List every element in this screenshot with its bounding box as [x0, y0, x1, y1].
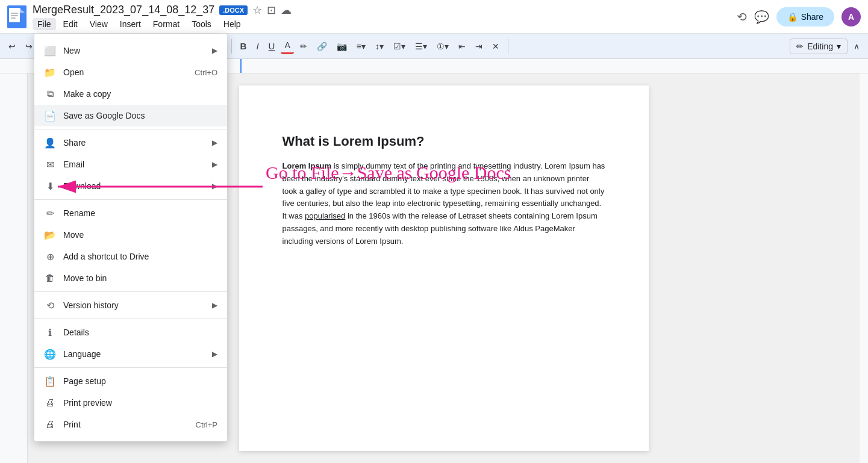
- expand-button[interactable]: ∧: [850, 39, 863, 54]
- doc-title: MergeResult_2023_07_14_08_12_37: [33, 4, 214, 16]
- new-icon: ⬜: [44, 45, 56, 57]
- insert-image-button[interactable]: 📷: [333, 39, 351, 54]
- menu-edit[interactable]: Edit: [58, 18, 83, 30]
- align-button[interactable]: ≡▾: [353, 39, 369, 54]
- menu-move[interactable]: 📂 Move: [34, 224, 227, 246]
- bullet-list-button[interactable]: ☰▾: [411, 39, 431, 54]
- indent-increase-button[interactable]: ⇥: [472, 39, 486, 54]
- menu-section-1: ⬜ New ▶ 📁 Open Ctrl+O ⧉ Make a copy 📄 Sa…: [34, 37, 227, 129]
- rename-icon: ✏: [44, 207, 56, 219]
- menu-download[interactable]: ⬇ Download ▶: [34, 175, 227, 197]
- dropdown-overlay: ⬜ New ▶ 📁 Open Ctrl+O ⧉ Make a copy 📄 Sa…: [34, 34, 227, 441]
- title-section: MergeResult_2023_07_14_08_12_37 .DOCX ☆ …: [33, 4, 737, 30]
- document-page: What is Lorem Ipsum? Lorem Ipsum is simp…: [239, 85, 649, 451]
- editing-dropdown-arrow: ▾: [837, 42, 841, 51]
- docx-badge: .DOCX: [219, 5, 248, 15]
- underline-button[interactable]: U: [265, 39, 279, 54]
- menu-email[interactable]: ✉ Email ▶: [34, 154, 227, 175]
- print-preview-icon: 🖨: [44, 397, 56, 409]
- menu-add-shortcut[interactable]: ⊕ Add a shortcut to Drive: [34, 246, 227, 267]
- menu-help[interactable]: Help: [219, 18, 246, 30]
- text-color-button[interactable]: A: [281, 38, 293, 54]
- divider-5: [508, 39, 508, 54]
- menu-insert[interactable]: Insert: [115, 18, 146, 30]
- star-icon[interactable]: ☆: [252, 4, 262, 17]
- link-button[interactable]: 🔗: [313, 39, 331, 54]
- email-label: Email: [63, 160, 205, 169]
- version-icon: ⟲: [44, 299, 56, 311]
- share-label: Share: [63, 138, 205, 148]
- pencil-icon: ✏: [796, 42, 804, 51]
- line-spacing-button[interactable]: ↕▾: [372, 39, 387, 54]
- new-submenu-arrow: ▶: [212, 46, 217, 55]
- italic-button[interactable]: I: [252, 39, 262, 54]
- svg-marker-3: [20, 8, 25, 13]
- trash-icon: 🗑: [44, 272, 56, 284]
- cloud-icon[interactable]: ☁: [281, 4, 292, 17]
- menu-tools[interactable]: Tools: [187, 18, 216, 30]
- title-bar: MergeResult_2023_07_14_08_12_37 .DOCX ☆ …: [0, 0, 868, 34]
- share-button[interactable]: 🔒 Share: [776, 7, 834, 26]
- details-icon: ℹ: [44, 326, 56, 338]
- folder-icon[interactable]: ⊡: [267, 4, 276, 17]
- menu-bar: File Edit View Insert Format Tools Help: [33, 18, 737, 30]
- svg-rect-4: [11, 13, 18, 14]
- svg-rect-6: [11, 17, 16, 19]
- menu-print-preview[interactable]: 🖨 Print preview: [34, 392, 227, 414]
- menu-version-history[interactable]: ⟲ Version history ▶: [34, 294, 227, 316]
- copy-icon: ⧉: [44, 88, 56, 100]
- menu-move-to-bin[interactable]: 🗑 Move to bin: [34, 267, 227, 289]
- menu-language[interactable]: 🌐 Language ▶: [34, 343, 227, 365]
- menu-share[interactable]: 👤 Share ▶: [34, 132, 227, 154]
- page-setup-icon: 📋: [44, 375, 56, 387]
- print-icon: 🖨: [44, 418, 56, 430]
- numbered-list-button[interactable]: ①▾: [433, 39, 452, 54]
- clear-formatting-button[interactable]: ✕: [489, 39, 503, 54]
- menu-section-2: 👤 Share ▶ ✉ Email ▶ ⬇ Download ▶: [34, 129, 227, 200]
- menu-new[interactable]: ⬜ New ▶: [34, 40, 227, 61]
- menu-save-as-google-docs[interactable]: 📄 Save as Google Docs: [34, 105, 227, 126]
- menu-open[interactable]: 📁 Open Ctrl+O: [34, 61, 227, 83]
- menu-rename[interactable]: ✏ Rename: [34, 202, 227, 224]
- left-sidebar: [0, 73, 28, 463]
- comment-icon[interactable]: 💬: [754, 10, 769, 24]
- move-label: Move: [63, 230, 217, 240]
- title-icons: ☆ ⊡ ☁: [252, 4, 292, 17]
- print-preview-label: Print preview: [63, 398, 217, 408]
- avatar[interactable]: A: [841, 7, 861, 26]
- copy-label: Make a copy: [63, 89, 217, 99]
- rename-label: Rename: [63, 208, 217, 218]
- checklist-button[interactable]: ☑▾: [390, 39, 409, 54]
- editing-mode-button[interactable]: ✏ Editing ▾: [790, 39, 848, 54]
- lock-icon: 🔒: [787, 12, 798, 22]
- menu-section-5: ℹ Details 🌐 Language ▶: [34, 319, 227, 368]
- shortcut-label: Add a shortcut to Drive: [63, 252, 217, 261]
- new-label: New: [63, 46, 205, 55]
- menu-details[interactable]: ℹ Details: [34, 322, 227, 343]
- menu-page-setup[interactable]: 📋 Page setup: [34, 370, 227, 392]
- open-icon: 📁: [44, 66, 56, 78]
- version-history-icon[interactable]: ⟲: [737, 10, 747, 24]
- divider-4: [231, 39, 232, 54]
- share-icon: 👤: [44, 137, 56, 149]
- title-right: ⟲ 💬 🔒 Share A: [737, 7, 861, 26]
- docs-logo: [7, 5, 27, 28]
- highlight-button[interactable]: ✏: [296, 39, 311, 54]
- menu-file[interactable]: File: [33, 18, 56, 30]
- menu-make-copy[interactable]: ⧉ Make a copy: [34, 83, 227, 105]
- menu-format[interactable]: Format: [148, 18, 184, 30]
- undo-button[interactable]: ↩: [5, 39, 19, 54]
- menu-print[interactable]: 🖨 Print Ctrl+P: [34, 414, 227, 435]
- save-as-label: Save as Google Docs: [63, 111, 217, 120]
- page-setup-label: Page setup: [63, 376, 217, 386]
- bold-button[interactable]: B: [237, 39, 251, 54]
- editing-label: Editing: [807, 42, 833, 51]
- language-icon: 🌐: [44, 348, 56, 360]
- menu-section-4: ⟲ Version history ▶: [34, 292, 227, 319]
- document-body: Lorem Ipsum is simply dummy text of the …: [283, 160, 605, 248]
- indent-decrease-button[interactable]: ⇤: [455, 39, 469, 54]
- open-label: Open: [63, 67, 187, 77]
- version-submenu-arrow: ▶: [212, 301, 217, 309]
- print-label: Print: [63, 420, 189, 429]
- menu-view[interactable]: View: [85, 18, 113, 30]
